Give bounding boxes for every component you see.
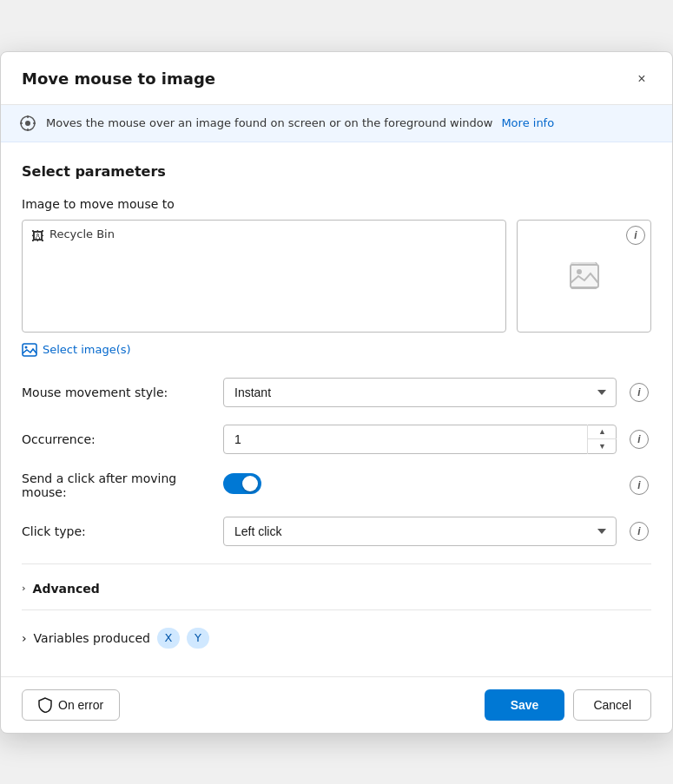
click-type-select-wrapper: Left click Right click Double click Midd…: [223, 517, 617, 546]
mouse-movement-row: Mouse movement style: Instant Linear Cur…: [22, 378, 651, 407]
more-info-link[interactable]: More info: [501, 116, 554, 129]
click-type-info-button[interactable]: i: [630, 522, 649, 541]
occurrence-control: ▲ ▼: [223, 425, 617, 454]
dialog-title: Move mouse to image: [22, 69, 215, 88]
save-button[interactable]: Save: [485, 689, 565, 721]
preview-image-icon: [568, 262, 601, 290]
select-image-icon: [22, 343, 37, 357]
on-error-button[interactable]: On error: [22, 689, 120, 721]
mouse-movement-info-button[interactable]: i: [630, 383, 649, 402]
shield-icon: [38, 697, 52, 713]
send-click-label: Send a click after moving mouse:: [22, 471, 213, 499]
image-field-label: Image to move mouse to: [22, 197, 651, 211]
toggle-thumb: [242, 476, 258, 491]
svg-point-7: [577, 269, 582, 274]
mouse-movement-control: Instant Linear Curve: [223, 378, 617, 407]
variables-chevron-icon: ›: [22, 631, 27, 645]
image-info-button[interactable]: i: [626, 226, 645, 245]
dialog-body: Select parameters Image to move mouse to…: [1, 142, 672, 669]
advanced-section[interactable]: › Advanced: [22, 575, 651, 603]
send-click-info: i: [627, 476, 651, 495]
mouse-movement-label: Mouse movement style:: [22, 385, 213, 399]
var-badge-x: X: [157, 628, 180, 649]
occurrence-label: Occurrence:: [22, 432, 213, 446]
click-type-label: Click type:: [22, 524, 213, 538]
send-click-row: Send a click after moving mouse: i: [22, 471, 651, 499]
svg-point-9: [25, 346, 28, 348]
click-type-select[interactable]: Left click Right click Double click Midd…: [223, 517, 617, 546]
send-click-control: [223, 473, 617, 497]
image-box-preview: i ⬜: [517, 220, 651, 333]
variables-label: Variables produced: [34, 631, 150, 645]
mouse-movement-info: i: [627, 383, 651, 402]
image-box-main: 🖼 Recycle Bin: [22, 220, 506, 333]
banner-text: Moves the mouse over an image found on s…: [46, 116, 492, 129]
select-images-link[interactable]: Select image(s): [22, 343, 651, 357]
occurrence-spin-buttons: ▲ ▼: [587, 425, 617, 454]
click-type-info: i: [627, 522, 651, 541]
image-name: Recycle Bin: [49, 227, 115, 240]
mouse-target-icon: [18, 114, 37, 133]
send-click-info-button[interactable]: i: [630, 476, 649, 495]
svg-rect-6: [571, 265, 598, 287]
mouse-movement-select[interactable]: Instant Linear Curve: [223, 378, 617, 407]
click-type-control: Left click Right click Double click Midd…: [223, 517, 617, 546]
close-button[interactable]: ×: [629, 66, 655, 92]
occurrence-spin-up[interactable]: ▲: [588, 425, 617, 440]
occurrence-input[interactable]: [223, 425, 617, 454]
variables-row: › Variables produced X Y: [22, 621, 651, 656]
section-title: Select parameters: [22, 163, 651, 180]
image-icon: 🖼: [31, 228, 44, 244]
occurrence-info: i: [627, 430, 651, 449]
occurrence-input-wrapper: ▲ ▼: [223, 425, 617, 454]
cancel-button[interactable]: Cancel: [573, 689, 651, 721]
var-badge-y: Y: [187, 628, 209, 649]
send-click-toggle[interactable]: [223, 473, 261, 494]
click-type-row: Click type: Left click Right click Doubl…: [22, 517, 651, 546]
occurrence-spin-down[interactable]: ▼: [588, 439, 617, 454]
dialog-footer: On error Save Cancel: [1, 676, 672, 733]
image-area: 🖼 Recycle Bin i ⬜: [22, 220, 651, 333]
footer-right: Save Cancel: [485, 689, 651, 721]
toggle-track: [223, 473, 261, 494]
divider-2: [22, 609, 651, 610]
occurrence-row: Occurrence: ▲ ▼ i: [22, 425, 651, 454]
select-images-label: Select image(s): [43, 343, 131, 356]
titlebar: Move mouse to image ×: [1, 52, 672, 105]
advanced-label: Advanced: [33, 582, 100, 596]
divider-1: [22, 563, 651, 564]
info-banner: Moves the mouse over an image found on s…: [1, 105, 672, 142]
dialog: Move mouse to image × Moves the mouse ov…: [0, 51, 673, 734]
on-error-label: On error: [58, 698, 103, 712]
occurrence-info-button[interactable]: i: [630, 430, 649, 449]
advanced-chevron-icon: ›: [22, 583, 26, 594]
svg-point-1: [25, 121, 30, 126]
mouse-movement-select-wrapper: Instant Linear Curve: [223, 378, 617, 407]
